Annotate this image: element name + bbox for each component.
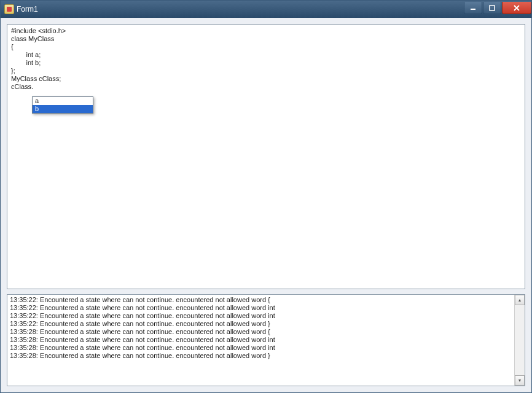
close-button[interactable]: [502, 2, 531, 14]
svg-rect-1: [490, 6, 495, 10]
code-line: int b;: [11, 59, 521, 67]
application-window: Form1 #include <stdio.h> class MyClass {…: [0, 0, 532, 393]
scroll-down-button[interactable]: ▾: [515, 375, 525, 386]
scroll-up-button[interactable]: ▴: [515, 295, 525, 305]
code-line: class MyClass: [11, 35, 521, 43]
minimize-button[interactable]: [464, 2, 482, 14]
autocomplete-item-selected[interactable]: b: [33, 105, 93, 113]
client-area: #include <stdio.h> class MyClass { int a…: [1, 18, 531, 392]
autocomplete-item[interactable]: a: [33, 97, 93, 105]
code-line: {: [11, 43, 521, 51]
log-entry: 13:35:22: Encountered a state where can …: [10, 296, 512, 304]
svg-rect-0: [471, 9, 475, 10]
code-line: MyClass cClass;: [11, 75, 521, 83]
code-line: cClass.: [11, 83, 521, 91]
code-line: int a;: [11, 51, 521, 59]
app-icon: [4, 4, 14, 14]
log-entry: 13:35:22: Encountered a state where can …: [10, 312, 512, 320]
minimize-icon: [469, 5, 477, 11]
scroll-track[interactable]: [515, 305, 525, 375]
window-title: Form1: [17, 5, 463, 14]
log-entry: 13:35:28: Encountered a state where can …: [10, 336, 512, 344]
log-content[interactable]: 13:35:22: Encountered a state where can …: [7, 295, 514, 386]
autocomplete-popup[interactable]: a b: [32, 96, 93, 114]
log-entry: 13:35:22: Encountered a state where can …: [10, 304, 512, 312]
log-scrollbar[interactable]: ▴ ▾: [514, 295, 525, 386]
log-entry: 13:35:28: Encountered a state where can …: [10, 344, 512, 352]
code-line: };: [11, 67, 521, 75]
code-editor[interactable]: #include <stdio.h> class MyClass { int a…: [7, 24, 525, 289]
log-entry: 13:35:28: Encountered a state where can …: [10, 328, 512, 336]
log-panel: 13:35:22: Encountered a state where can …: [7, 294, 525, 386]
close-icon: [513, 5, 520, 11]
maximize-button[interactable]: [483, 2, 501, 14]
code-line: #include <stdio.h>: [11, 27, 521, 35]
log-entry: 13:35:28: Encountered a state where can …: [10, 352, 512, 360]
window-controls: [463, 2, 531, 14]
maximize-icon: [488, 5, 496, 11]
log-entry: 13:35:22: Encountered a state where can …: [10, 320, 512, 328]
titlebar[interactable]: Form1: [1, 1, 531, 18]
